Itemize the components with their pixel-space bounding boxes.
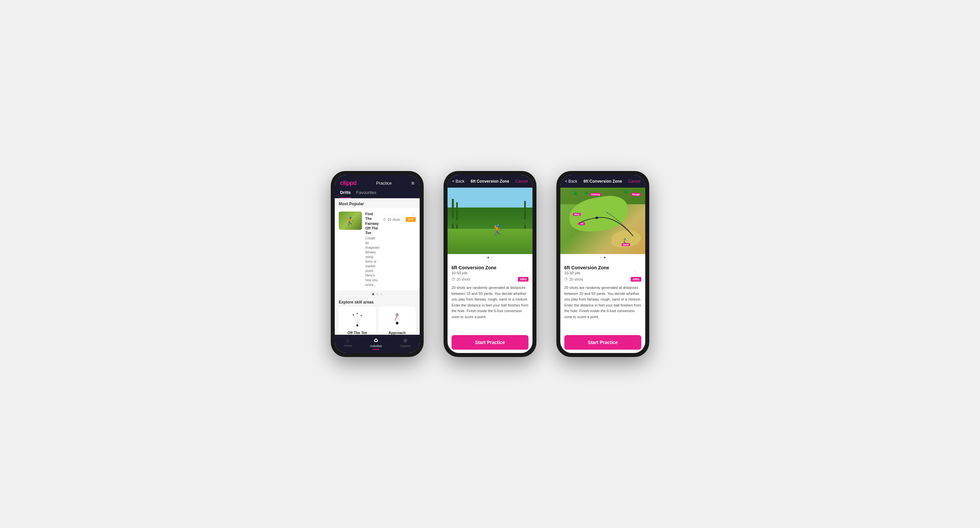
capture-icon: ⊕ <box>403 337 407 344</box>
media-dot-1 <box>487 257 489 258</box>
dot-2 <box>376 293 378 295</box>
media-dot-2 <box>491 257 493 258</box>
distance-3: 10-50 yds <box>564 271 641 275</box>
skill-card-ott[interactable]: Off The Tee Power accuracy <box>339 306 376 335</box>
carousel-dots <box>335 291 420 297</box>
svg-point-27 <box>578 223 579 225</box>
explore-label: Explore skill areas <box>335 297 420 306</box>
start-practice-button-3[interactable]: Start Practice <box>564 335 641 350</box>
phone-3-screen: < Back 6ft Conversion Zone Cancel <box>560 175 645 353</box>
distance-2: 10-50 yds <box>452 271 528 275</box>
drill-media-map: 🌲 🌲 🌲 Fairway Rough Miss Hit Sand 🏌️ <box>560 188 645 254</box>
detail-screen-title-2: 6ft Conversion Zone <box>471 179 509 183</box>
drill-title: Find The Fairway Off The Tee <box>365 212 380 235</box>
favourite-star-2[interactable]: ☆ <box>520 269 525 275</box>
drill-name-2: 6ft Conversion Zone <box>452 265 528 270</box>
svg-point-0 <box>356 324 358 326</box>
screenshot-container: clippd Practice ≡ Drills Favourites Most… <box>331 171 649 357</box>
nav-capture[interactable]: ⊕ Capture <box>400 337 411 350</box>
app-logo: clippd <box>340 180 356 187</box>
svg-line-1 <box>353 316 357 324</box>
dot-3 <box>380 293 382 295</box>
svg-point-7 <box>396 322 398 324</box>
category-badge-3: ARG <box>631 277 641 282</box>
clock-icon-2: ⏱ <box>452 277 455 281</box>
favourite-star[interactable]: ☆ <box>411 212 416 217</box>
golfer-figure: 🏌️ <box>492 224 504 235</box>
shots-row-2: ⏱ 20 shots ARG <box>452 277 528 282</box>
back-button-2[interactable]: < Back <box>452 179 465 183</box>
start-practice-button-2[interactable]: Start Practice <box>452 335 528 350</box>
menu-icon[interactable]: ≡ <box>411 180 414 186</box>
favourite-star-3[interactable]: ☆ <box>633 269 637 275</box>
ott-icon <box>347 311 367 329</box>
golf-course-photo: 🏌️ <box>447 188 533 254</box>
skill-card-approach[interactable]: Approach Dial-in to hit the green <box>379 306 416 335</box>
tree-top-2 <box>455 220 460 225</box>
drill-description: Create an imaginary fairway using trees … <box>365 236 380 287</box>
drill-description-2: 20 shots are randomly generated at dista… <box>452 285 528 320</box>
detail-body-2: 🏌️ 6ft Conversion Zone ☆ 10-50 yds <box>447 188 533 332</box>
shots-row-3: ⏱ 20 shots ARG <box>564 277 641 282</box>
svg-point-4 <box>353 314 354 316</box>
shot-count: ⏱ 10 shots <box>383 218 400 222</box>
card-footer: ⏱ 10 shots OTT <box>383 215 416 222</box>
drill-media-photo: 🏌️ <box>447 188 533 254</box>
tab-bar: Drills Favourites <box>340 190 414 198</box>
drill-info-3: 6ft Conversion Zone ☆ 10-50 yds ⏱ 20 sho… <box>560 261 645 332</box>
svg-point-5 <box>356 313 358 314</box>
tab-drills[interactable]: Drills <box>340 190 351 198</box>
media-dot-3-1 <box>600 257 602 258</box>
thumbnail-image: 🏌️ <box>339 212 362 230</box>
cancel-button-2[interactable]: Cancel <box>515 179 528 183</box>
tree-2 <box>456 202 458 229</box>
activities-icon: ♻ <box>374 337 378 344</box>
detail-screen-title-3: 6ft Conversion Zone <box>584 179 622 183</box>
media-dots-2 <box>447 254 533 261</box>
svg-line-3 <box>357 316 361 324</box>
capture-label: Capture <box>400 345 411 348</box>
category-badge: OTT <box>406 217 416 222</box>
phone-1-screen: clippd Practice ≡ Drills Favourites Most… <box>335 175 420 353</box>
phone-1-body: Most Popular 🏌️ Find The Fairway Off The… <box>335 198 420 335</box>
dot-1 <box>372 293 374 295</box>
phone-2-screen: < Back 6ft Conversion Zone Cancel <box>447 175 533 353</box>
drill-name-3: 6ft Conversion Zone <box>564 265 641 270</box>
home-label: Home <box>344 344 352 347</box>
detail-body-3: 🌲 🌲 🌲 Fairway Rough Miss Hit Sand 🏌️ <box>560 188 645 332</box>
drill-thumbnail: 🏌️ <box>339 212 362 230</box>
approach-icon <box>387 311 407 329</box>
svg-line-10 <box>397 316 399 321</box>
phone-1: clippd Practice ≡ Drills Favourites Most… <box>331 171 424 357</box>
media-dots-3 <box>560 254 645 261</box>
nav-activities[interactable]: ♻ Activities <box>370 337 382 350</box>
svg-point-8 <box>396 314 398 316</box>
most-popular-label: Most Popular <box>335 198 420 208</box>
featured-drill-card[interactable]: 🏌️ Find The Fairway Off The Tee Create a… <box>335 208 420 290</box>
category-badge-2: ARG <box>518 277 528 282</box>
golfer-icon: 🏌️ <box>345 216 355 225</box>
top-bar: clippd Practice ≡ <box>340 180 414 187</box>
golf-course-map: 🌲 🌲 🌲 Fairway Rough Miss Hit Sand 🏌️ <box>560 188 645 254</box>
drill-card-content: Find The Fairway Off The Tee Create an i… <box>365 212 380 287</box>
shot-count-2: ⏱ 20 shots <box>452 277 471 281</box>
nav-home[interactable]: ⌂ Home <box>344 337 352 350</box>
back-button-3[interactable]: < Back <box>565 179 577 183</box>
ott-name: Off The Tee <box>347 331 367 335</box>
detail-header-2: < Back 6ft Conversion Zone Cancel <box>447 175 533 188</box>
drill-description-3: 20 shots are randomly generated at dista… <box>564 285 641 320</box>
bottom-nav: ⌂ Home ♻ Activities ⊕ Capture <box>335 335 420 353</box>
activities-label: Activities <box>370 345 382 348</box>
cancel-button-3[interactable]: Cancel <box>628 179 641 183</box>
phone-1-header: clippd Practice ≡ Drills Favourites <box>335 175 420 198</box>
approach-name: Approach <box>388 331 406 335</box>
svg-point-26 <box>595 217 598 219</box>
drill-info-2: 6ft Conversion Zone ☆ 10-50 yds ⏱ 20 sho… <box>447 261 533 332</box>
svg-point-6 <box>361 315 362 316</box>
tab-favourites[interactable]: Favourites <box>356 190 377 198</box>
phone-3: < Back 6ft Conversion Zone Cancel <box>556 171 649 357</box>
media-dot-3-2 <box>604 257 605 258</box>
tree-1 <box>452 199 454 229</box>
detail-header-3: < Back 6ft Conversion Zone Cancel <box>560 175 645 188</box>
home-icon: ⌂ <box>346 337 350 343</box>
